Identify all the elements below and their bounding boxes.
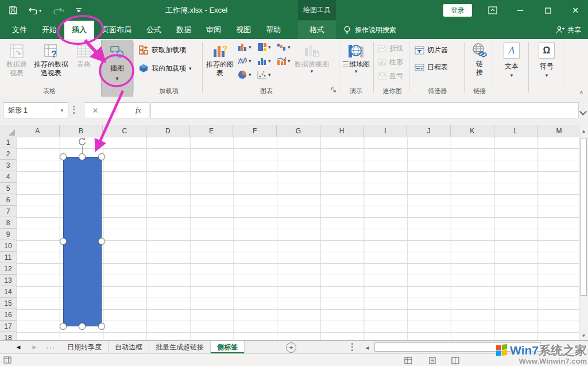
text-button[interactable]: A 文本 ▾ xyxy=(500,40,524,78)
row-header[interactable]: 10 xyxy=(0,240,16,252)
horizontal-scrollbar-thumb[interactable] xyxy=(374,342,541,352)
shape-resize-handle[interactable] xyxy=(98,153,105,160)
ribbon-display-options-icon[interactable] xyxy=(481,0,504,21)
map-3d-button[interactable]: 三维地图 ▾ xyxy=(342,40,370,74)
tab-format-context[interactable]: 格式 xyxy=(298,21,336,39)
sheet-tab[interactable]: 日期转季度 xyxy=(61,341,109,353)
shape-resize-handle[interactable] xyxy=(79,153,86,160)
formula-input[interactable] xyxy=(150,102,579,118)
column-header[interactable]: M xyxy=(537,125,579,137)
ribbon-tab[interactable]: 开始 xyxy=(34,21,64,39)
name-box-dropdown-icon[interactable]: ▾ xyxy=(56,103,68,117)
column-header[interactable]: C xyxy=(103,125,146,137)
column-header[interactable]: E xyxy=(190,125,234,137)
shape-rotate-handle[interactable] xyxy=(77,137,87,148)
tell-me-search[interactable]: 操作说明搜索 xyxy=(343,21,396,39)
ribbon-tab[interactable]: 视图 xyxy=(229,21,258,39)
save-icon[interactable] xyxy=(7,4,20,17)
vertical-scrollbar[interactable]: ▲ ▼ xyxy=(579,125,588,340)
sign-in-button[interactable]: 登录 xyxy=(443,4,472,17)
illustrations-button[interactable]: 插图 ▼ xyxy=(101,40,133,97)
scroll-up-icon[interactable]: ▲ xyxy=(579,126,588,136)
row-header[interactable]: 14 xyxy=(0,286,16,298)
sheet-nav-next-icon[interactable]: ▶ xyxy=(28,341,41,353)
row-header[interactable]: 3 xyxy=(0,160,16,171)
normal-view-icon[interactable] xyxy=(402,356,415,365)
column-header[interactable]: L xyxy=(494,125,538,137)
sparkline-column-button[interactable]: 柱形 xyxy=(378,56,403,68)
undo-icon[interactable]: ▾ xyxy=(26,4,44,17)
ribbon-tab[interactable]: 审阅 xyxy=(199,21,229,39)
slicer-button[interactable]: 切片器 xyxy=(415,44,448,56)
scroll-left-icon[interactable]: ◀ xyxy=(363,343,372,352)
row-header[interactable]: 15 xyxy=(0,298,16,309)
sheet-nav-more-icon[interactable]: ··· xyxy=(44,341,57,353)
row-header[interactable]: 11 xyxy=(0,252,16,263)
timeline-button[interactable]: 日程表 xyxy=(415,61,448,74)
page-break-view-icon[interactable] xyxy=(449,356,462,365)
sheet-tab[interactable]: 批量生成超链接 xyxy=(149,341,211,353)
row-header[interactable]: 17 xyxy=(0,321,16,332)
redo-icon[interactable]: ▾ xyxy=(49,4,67,17)
row-header[interactable]: 13 xyxy=(0,275,16,286)
shape-resize-handle[interactable] xyxy=(60,153,67,160)
shape-resize-handle[interactable] xyxy=(98,238,105,245)
column-header[interactable]: A xyxy=(16,125,60,137)
insert-hierarchy-chart-button[interactable]: ▾ xyxy=(257,43,271,52)
recommended-pivottables-button[interactable]: ? 推荐的数据透视表 xyxy=(32,40,70,78)
cancel-icon[interactable]: ✕ xyxy=(92,106,98,115)
enter-icon[interactable]: ✓ xyxy=(114,106,120,115)
minimize-button[interactable]: ─ xyxy=(509,0,532,21)
ribbon-tab[interactable]: 文件 xyxy=(5,21,34,39)
column-header[interactable]: F xyxy=(233,125,277,137)
shape-resize-handle[interactable] xyxy=(79,323,86,330)
insert-line-chart-button[interactable]: ▾ xyxy=(238,56,252,66)
column-header[interactable]: D xyxy=(146,125,190,137)
row-header[interactable]: 4 xyxy=(0,171,16,183)
sheet-tab[interactable]: 侧标签 xyxy=(211,341,245,353)
insert-function-button[interactable]: fx xyxy=(136,106,141,115)
link-button[interactable]: 链接 xyxy=(469,40,490,77)
customize-quick-access-icon[interactable] xyxy=(72,4,85,17)
rectangle-shape[interactable] xyxy=(63,157,102,326)
drag-handle-icon[interactable] xyxy=(73,106,75,114)
column-header[interactable]: B xyxy=(60,125,103,137)
insert-combo-chart-button[interactable]: ▾ xyxy=(277,56,291,66)
sheet-nav-prev-icon[interactable]: ◀ xyxy=(11,341,25,353)
column-header[interactable]: G xyxy=(277,125,320,137)
row-header[interactable]: 7 xyxy=(0,206,16,217)
macro-record-icon[interactable] xyxy=(3,356,11,365)
row-header[interactable]: 18 xyxy=(0,332,16,340)
table-button[interactable]: 表格 xyxy=(72,40,95,69)
scroll-down-icon[interactable]: ▼ xyxy=(579,331,588,340)
symbol-button[interactable]: Ω 符号 ▾ xyxy=(535,40,559,78)
page-layout-view-icon[interactable] xyxy=(426,356,439,365)
share-button[interactable]: 共享 xyxy=(556,21,581,39)
row-header[interactable]: 8 xyxy=(0,217,16,229)
insert-pie-chart-button[interactable]: ▾ xyxy=(238,70,252,79)
horizontal-scrollbar[interactable]: ◀ xyxy=(362,341,579,353)
pivotchart-button[interactable]: 数据透视图 ▾ xyxy=(294,40,330,74)
pivottable-button[interactable]: 数据透视表 xyxy=(3,40,30,78)
row-header[interactable]: 5 xyxy=(0,183,16,194)
select-all-corner[interactable] xyxy=(0,125,17,137)
ribbon-tab[interactable]: 插入 xyxy=(64,21,94,39)
row-header[interactable]: 2 xyxy=(0,148,16,160)
insert-statistic-chart-button[interactable]: ▾ xyxy=(257,56,271,66)
column-header[interactable]: I xyxy=(364,125,408,137)
maximize-button[interactable] xyxy=(536,0,559,21)
my-addins-button[interactable]: 我的加载项 ▾ xyxy=(139,62,192,75)
insert-waterfall-chart-button[interactable]: ▾ xyxy=(277,43,291,52)
insert-column-chart-button[interactable]: ▾ xyxy=(238,43,252,52)
collapse-ribbon-icon[interactable]: ∧ xyxy=(579,89,583,95)
row-header[interactable]: 1 xyxy=(0,137,16,148)
column-header[interactable]: K xyxy=(451,125,494,137)
ribbon-tab[interactable]: 数据 xyxy=(169,21,199,39)
ribbon-tab[interactable]: 页面布局 xyxy=(94,21,139,39)
sparkline-winloss-button[interactable]: 盈亏 xyxy=(378,70,403,82)
sheet-tab[interactable]: 自动边框 xyxy=(109,341,149,353)
recommended-charts-button[interactable]: ? 推荐的图表 xyxy=(206,40,234,78)
ribbon-tab[interactable]: 帮助 xyxy=(258,21,288,39)
row-header[interactable]: 9 xyxy=(0,229,16,240)
shape-resize-handle[interactable] xyxy=(60,323,67,330)
